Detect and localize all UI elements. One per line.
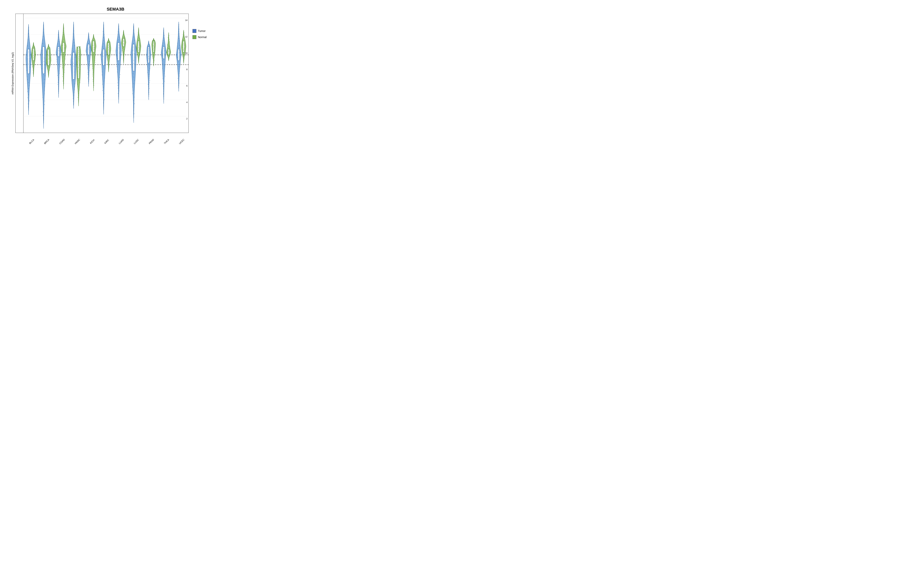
data-dot	[48, 44, 49, 44]
data-dot	[169, 39, 170, 40]
iqr-box	[63, 42, 64, 52]
data-dot	[57, 59, 57, 60]
legend-label-normal: Normal	[198, 35, 207, 39]
data-dot	[150, 64, 150, 65]
data-dot	[58, 80, 59, 80]
data-dot	[27, 70, 27, 71]
data-dot	[149, 94, 149, 95]
data-dot	[140, 40, 141, 40]
data-dot	[152, 56, 153, 56]
data-dot	[63, 87, 64, 88]
data-dot	[153, 65, 154, 66]
data-dot	[78, 77, 78, 77]
data-dot	[27, 45, 28, 46]
data-dot	[178, 78, 178, 79]
data-dot	[119, 47, 120, 48]
data-dot	[149, 47, 149, 47]
data-dot	[149, 98, 149, 98]
data-dot	[29, 85, 29, 86]
data-dot	[149, 90, 149, 90]
y-axis-ticks	[16, 14, 23, 133]
data-dot	[49, 56, 50, 57]
data-dot	[124, 49, 124, 50]
data-dot	[124, 45, 125, 45]
data-dot	[134, 103, 135, 104]
data-dot	[88, 54, 89, 55]
data-dot	[123, 41, 123, 42]
data-dot	[123, 35, 123, 36]
data-dot	[58, 34, 58, 35]
data-dot	[102, 75, 102, 75]
data-dot	[93, 70, 94, 71]
data-dot	[139, 30, 139, 31]
data-dot	[163, 96, 164, 97]
data-dot	[79, 86, 79, 86]
data-dot	[43, 36, 44, 37]
data-dot	[78, 105, 79, 105]
data-dot	[87, 68, 88, 69]
data-dot	[134, 80, 135, 81]
data-dot	[63, 54, 63, 55]
data-dot	[61, 50, 62, 50]
data-dot	[44, 93, 45, 94]
data-dot	[92, 64, 93, 65]
data-dot	[149, 53, 150, 53]
data-dot	[103, 31, 103, 32]
data-dot	[88, 56, 89, 56]
data-dot	[42, 68, 42, 69]
data-dot	[137, 36, 138, 37]
data-dot	[134, 40, 134, 40]
data-dot	[124, 38, 125, 39]
data-dot	[33, 70, 33, 71]
data-dot	[117, 82, 118, 83]
data-dot	[92, 55, 93, 55]
data-dot	[89, 79, 89, 80]
data-dot	[167, 53, 168, 53]
data-dot	[184, 32, 184, 33]
data-dot	[179, 29, 179, 29]
data-dot	[170, 41, 170, 42]
data-dot	[94, 83, 94, 84]
data-dot	[103, 109, 104, 110]
data-dot	[48, 48, 49, 49]
data-dot	[30, 58, 31, 58]
data-dot	[153, 45, 153, 46]
data-dot	[133, 120, 134, 121]
data-dot	[58, 95, 59, 96]
data-dot	[45, 76, 45, 76]
data-dot	[134, 113, 134, 114]
data-dot	[44, 58, 44, 58]
data-dot	[34, 52, 35, 52]
data-dot	[134, 57, 135, 57]
data-dot	[138, 51, 139, 51]
data-dot	[88, 40, 89, 40]
data-dot	[153, 64, 154, 65]
violin-shape	[161, 28, 166, 103]
violin-shape	[86, 33, 91, 87]
data-dot	[59, 57, 60, 58]
data-dot	[47, 69, 48, 69]
data-dot	[48, 50, 49, 50]
data-dot	[28, 103, 29, 104]
data-dot	[63, 37, 63, 37]
data-dot	[169, 56, 170, 57]
data-dot	[34, 54, 35, 55]
data-dot	[179, 50, 179, 50]
data-dot	[73, 101, 74, 102]
data-dot	[123, 48, 123, 49]
data-dot	[64, 43, 65, 44]
data-dot	[74, 39, 74, 40]
data-dot	[94, 47, 94, 48]
data-dot	[62, 41, 62, 42]
data-dot	[164, 38, 164, 38]
data-dot	[148, 56, 149, 57]
data-dot	[147, 73, 148, 73]
data-dot	[183, 31, 184, 32]
data-dot	[32, 66, 33, 67]
data-dot	[108, 56, 108, 57]
data-dot	[103, 56, 103, 56]
data-dot	[179, 31, 179, 32]
data-dot	[48, 66, 49, 67]
data-dot	[139, 42, 139, 43]
y-tick-label: 14	[185, 19, 187, 21]
